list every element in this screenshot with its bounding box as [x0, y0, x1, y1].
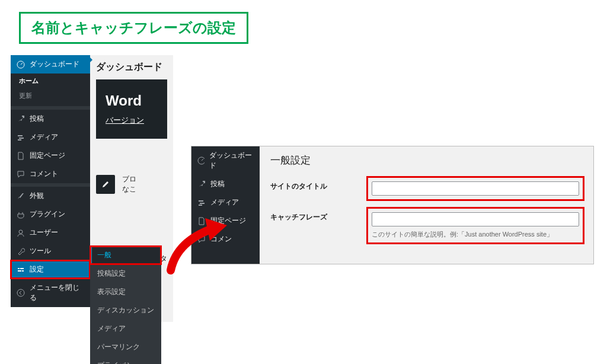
sidebar-label: 設定: [30, 264, 44, 274]
row-site-title: サイトのタイトル: [270, 178, 583, 199]
settings-icon: [17, 266, 25, 274]
submenu-item-writing[interactable]: 投稿設定: [90, 264, 161, 283]
settings-submenu: 一般 投稿設定 表示設定 ディスカッション メディア パーマリンク プライバシー: [90, 246, 161, 364]
submenu-item-general[interactable]: 一般: [90, 246, 161, 264]
page-icon: [17, 152, 25, 160]
submenu-item-reading[interactable]: 表示設定: [90, 283, 161, 301]
label-tagline: キャッチフレーズ: [270, 209, 338, 222]
tools-icon: [17, 247, 25, 256]
sidebar-label: ユーザー: [30, 228, 58, 238]
welcome-big-text: Word: [106, 92, 158, 109]
row-tagline: キャッチフレーズ このサイトの簡単な説明。例:「Just another Wor…: [270, 209, 583, 242]
sidebar-item-tools[interactable]: ツール: [11, 242, 90, 260]
edit-text-clip: ブロ なこ: [122, 174, 136, 194]
svg-rect-5: [22, 270, 24, 272]
sidebar-item-pages[interactable]: 固定ページ: [11, 146, 90, 165]
tagline-helper-text: このサイトの簡単な説明。例:「Just another WordPress si…: [372, 230, 579, 239]
dashboard-icon: [17, 60, 25, 69]
highlight-frame-general: 一般: [90, 246, 161, 264]
settings-page-title: 一般設定: [270, 154, 583, 167]
user-icon: [17, 229, 25, 237]
comment-icon: [17, 170, 25, 178]
submenu-item-media[interactable]: メディア: [90, 320, 161, 338]
sidebar-label: 投稿: [210, 179, 225, 189]
pin-icon: [197, 180, 206, 189]
input-site-title[interactable]: [372, 181, 579, 196]
dashboard-heading: ダッシュボード: [96, 61, 167, 74]
highlight-tagline-field: このサイトの簡単な説明。例:「Just another WordPress si…: [368, 209, 583, 242]
svg-point-6: [17, 289, 24, 296]
collapse-icon: [17, 289, 25, 297]
sidebar-collapse[interactable]: メニューを閉じる: [11, 279, 90, 307]
submenu-item-discussion[interactable]: ディスカッション: [90, 301, 161, 320]
svg-point-7: [198, 157, 205, 164]
svg-point-1: [19, 230, 23, 234]
sidebar-label: プラグイン: [30, 209, 65, 219]
label-site-title: サイトのタイトル: [270, 178, 338, 191]
sidebar-sub-update[interactable]: 更新: [11, 88, 90, 106]
sidebar-label: ツール: [30, 246, 51, 256]
media-icon: [197, 199, 206, 207]
svg-rect-3: [20, 268, 24, 269]
sidebar-label: 投稿: [30, 114, 44, 124]
welcome-version-link[interactable]: バージョン: [106, 115, 158, 126]
submenu-item-permalink[interactable]: パーマリンク: [90, 338, 161, 356]
wp-admin-sidebar: ダッシュボード ホーム 更新 投稿 メディア 固定ページ コメント 外観 プラグ…: [11, 55, 90, 307]
sidebar-item-media[interactable]: メディア: [11, 128, 90, 146]
sidebar-item-settings[interactable]: 設定: [11, 260, 90, 279]
welcome-action-row: ブロ なこ: [96, 174, 167, 194]
sidebar-label: メニューを閉じる: [30, 283, 84, 303]
sidebar-label: ダッシュボード: [209, 151, 254, 171]
sidebar-label: 固定ページ: [30, 151, 65, 161]
sidebar-item-plugins[interactable]: プラグイン: [11, 205, 90, 223]
sidebar-sub-home[interactable]: ホーム: [11, 74, 90, 88]
sidebar-item-dashboard[interactable]: ダッシュボード: [11, 55, 90, 74]
submenu-item-privacy[interactable]: プライバシー: [90, 356, 161, 364]
highlight-site-title-field: [368, 178, 583, 199]
sidebar-item-posts[interactable]: 投稿: [11, 110, 90, 128]
sidebar2-item-posts[interactable]: 投稿: [191, 175, 260, 193]
pin-icon: [17, 115, 25, 123]
sidebar-item-appearance[interactable]: 外観: [11, 187, 90, 205]
sidebar2-item-media[interactable]: メディア: [191, 193, 260, 212]
svg-rect-2: [18, 268, 20, 269]
sidebar-label: メディア: [210, 197, 239, 207]
dashboard-icon: [197, 157, 205, 165]
svg-rect-4: [18, 270, 21, 272]
general-settings-form: 一般設定 サイトのタイトル キャッチフレーズ このサイトの簡単な説明。例:「Ju…: [260, 146, 593, 264]
sidebar-label: 外観: [30, 191, 44, 201]
page-annotation-title: 名前とキャッチフレーズの設定: [19, 12, 248, 44]
brush-icon: [17, 192, 25, 200]
sidebar-item-comments[interactable]: コメント: [11, 165, 90, 183]
annotation-title-text: 名前とキャッチフレーズの設定: [31, 20, 236, 36]
annotation-arrow: [159, 217, 242, 276]
sidebar-label: コメント: [30, 169, 58, 179]
active-pointer: [88, 55, 92, 65]
input-tagline[interactable]: [372, 212, 579, 226]
edit-button[interactable]: [96, 175, 115, 194]
sidebar-item-users[interactable]: ユーザー: [11, 223, 90, 242]
sidebar-label: ダッシュボード: [30, 59, 79, 69]
media-icon: [17, 133, 25, 142]
sidebar-label: メディア: [30, 132, 58, 142]
general-settings-panel: ダッシュボード 投稿 メディア 固定ページ コメン 一般設定 サイトのタイトル …: [191, 146, 594, 264]
sidebar2-item-dashboard[interactable]: ダッシュボード: [191, 146, 260, 175]
welcome-panel: Word バージョン: [96, 79, 167, 139]
pencil-icon: [101, 180, 110, 189]
plugin-icon: [17, 210, 25, 219]
